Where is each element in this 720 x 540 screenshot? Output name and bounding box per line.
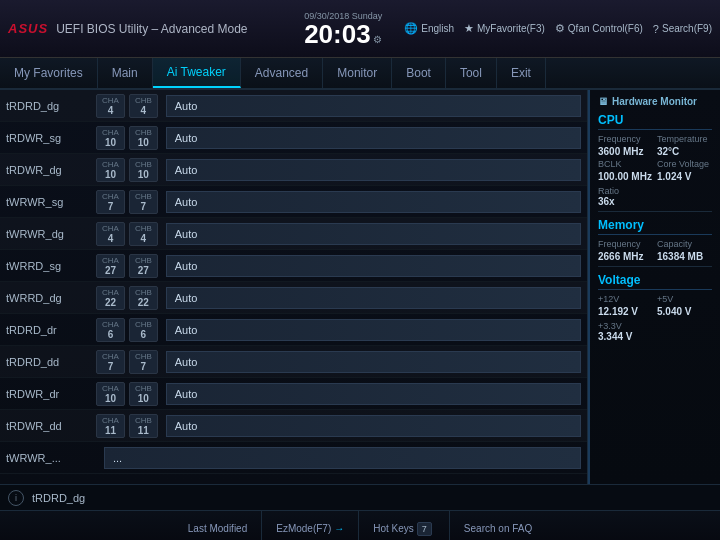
settings-icon[interactable]: ⚙	[373, 34, 382, 45]
memory-section-title: Memory	[598, 218, 712, 235]
row-value[interactable]: Auto	[166, 415, 581, 437]
row-label: tWRWR_sg	[6, 196, 96, 208]
search-faq-button[interactable]: Search on FAQ	[450, 511, 546, 540]
chb-value: 22	[138, 297, 149, 308]
hotkeys-button[interactable]: Hot Keys 7	[359, 511, 450, 540]
cha-value: 22	[105, 297, 116, 308]
row-value[interactable]: Auto	[166, 159, 581, 181]
table-row[interactable]: tRDWR_ddCHA11CHB11Auto	[0, 410, 587, 442]
search-link[interactable]: ? Search(F9)	[653, 22, 712, 35]
table-row[interactable]: tWRRD_sgCHA27CHB27Auto	[0, 250, 587, 282]
table-row[interactable]: tWRWR_sgCHA7CHB7Auto	[0, 186, 587, 218]
row-value[interactable]: Auto	[166, 95, 581, 117]
row-value[interactable]: Auto	[166, 383, 581, 405]
channel-blocks: CHA4CHB4	[96, 222, 158, 246]
table-row[interactable]: tRDWR_sgCHA10CHB10Auto	[0, 122, 587, 154]
core-voltage-value: 1.024 V	[657, 171, 712, 182]
chb-value: 7	[141, 361, 147, 372]
bclk-value: 100.00 MHz	[598, 171, 653, 182]
timing-table: tRDRD_dgCHA4CHB4AutotRDWR_sgCHA10CHB10Au…	[0, 90, 588, 484]
cha-block: CHA10	[96, 126, 125, 150]
voltage-stats: +12V +5V 12.192 V 5.040 V	[598, 294, 712, 317]
row-value[interactable]: Auto	[166, 351, 581, 373]
table-row[interactable]: tRDWR_drCHA10CHB10Auto	[0, 378, 587, 410]
row-value[interactable]: Auto	[166, 319, 581, 341]
cha-value: 10	[105, 393, 116, 404]
chb-block: CHB27	[129, 254, 158, 278]
cha-label: CHA	[102, 352, 119, 361]
chb-label: CHB	[135, 352, 152, 361]
ezmode-arrow: →	[334, 523, 344, 534]
chb-label: CHB	[135, 128, 152, 137]
row-value[interactable]: Auto	[166, 127, 581, 149]
table-row[interactable]: tWRWR_dgCHA4CHB4Auto	[0, 218, 587, 250]
cha-value: 4	[108, 105, 114, 116]
nav-monitor[interactable]: Monitor	[323, 58, 392, 88]
search-label: Search(F9)	[662, 23, 712, 34]
table-row[interactable]: tRDRD_drCHA6CHB6Auto	[0, 314, 587, 346]
nav-tool[interactable]: Tool	[446, 58, 497, 88]
v12-label: +12V	[598, 294, 653, 304]
chb-label: CHB	[135, 96, 152, 105]
channel-blocks: CHA22CHB22	[96, 286, 158, 310]
table-row[interactable]: tRDWR_dgCHA10CHB10Auto	[0, 154, 587, 186]
cha-value: 7	[108, 361, 114, 372]
chb-value: 4	[141, 105, 147, 116]
cha-block: CHA10	[96, 158, 125, 182]
chb-label: CHB	[135, 416, 152, 425]
chb-block: CHB4	[129, 94, 158, 118]
favorites-link[interactable]: ★ MyFavorite(F3)	[464, 22, 545, 35]
nav-ai-tweaker[interactable]: Ai Tweaker	[153, 58, 241, 88]
table-row[interactable]: tWRRD_dgCHA22CHB22Auto	[0, 282, 587, 314]
cha-block: CHA4	[96, 94, 125, 118]
bottom-bar: Last Modified EzMode(F7) → Hot Keys 7 Se…	[0, 510, 720, 540]
chb-block: CHB7	[129, 350, 158, 374]
cha-label: CHA	[102, 288, 119, 297]
row-value[interactable]: Auto	[166, 223, 581, 245]
cpu-freq-value: 3600 MHz	[598, 146, 653, 157]
nav-exit[interactable]: Exit	[497, 58, 546, 88]
chb-value: 10	[138, 169, 149, 180]
ratio-label: Ratio	[598, 186, 712, 196]
chb-value: 27	[138, 265, 149, 276]
hw-monitor-title: 🖥 Hardware Monitor	[598, 96, 712, 107]
table-row[interactable]: tWRWR_......	[0, 442, 587, 474]
channel-blocks: CHA10CHB10	[96, 126, 158, 150]
chb-label: CHB	[135, 256, 152, 265]
row-label: tRDWR_sg	[6, 132, 96, 144]
nav-boot[interactable]: Boot	[392, 58, 446, 88]
favorites-label: MyFavorite(F3)	[477, 23, 545, 34]
v33-label: +3.3V	[598, 321, 712, 331]
v33-value: 3.344 V	[598, 331, 712, 342]
row-value[interactable]: ...	[104, 447, 581, 469]
row-value[interactable]: Auto	[166, 287, 581, 309]
nav-advanced[interactable]: Advanced	[241, 58, 323, 88]
ezmode-button[interactable]: EzMode(F7) →	[262, 511, 359, 540]
last-modified-label: Last Modified	[188, 523, 247, 534]
cha-value: 6	[108, 329, 114, 340]
row-value[interactable]: Auto	[166, 191, 581, 213]
row-value[interactable]: Auto	[166, 255, 581, 277]
language-link[interactable]: 🌐 English	[404, 22, 454, 35]
cha-block: CHA11	[96, 414, 125, 438]
cha-label: CHA	[102, 256, 119, 265]
nav-main[interactable]: Main	[98, 58, 153, 88]
chb-value: 10	[138, 393, 149, 404]
cha-block: CHA27	[96, 254, 125, 278]
table-row[interactable]: tRDRD_ddCHA7CHB7Auto	[0, 346, 587, 378]
chb-block: CHB10	[129, 382, 158, 406]
asus-logo: ASUS	[8, 21, 48, 36]
chb-value: 10	[138, 137, 149, 148]
row-label: tRDRD_dg	[6, 100, 96, 112]
chb-label: CHB	[135, 224, 152, 233]
chb-block: CHB4	[129, 222, 158, 246]
table-row[interactable]: tRDRD_dgCHA4CHB4Auto	[0, 90, 587, 122]
language-label: English	[421, 23, 454, 34]
chb-block: CHB6	[129, 318, 158, 342]
top-bar: ASUS UEFI BIOS Utility – Advanced Mode 0…	[0, 0, 720, 58]
qfan-link[interactable]: ⚙ Qfan Control(F6)	[555, 22, 643, 35]
nav-favorites[interactable]: My Favorites	[0, 58, 98, 88]
channel-blocks: CHA27CHB27	[96, 254, 158, 278]
chb-value: 6	[141, 329, 147, 340]
last-modified-button[interactable]: Last Modified	[174, 511, 262, 540]
